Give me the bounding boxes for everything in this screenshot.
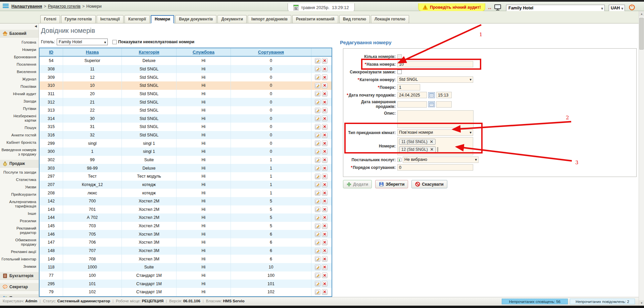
tab-локація-готелю[interactable]: Локація готелю	[371, 15, 409, 23]
delete-row-button[interactable]: ✕	[322, 215, 328, 221]
delete-row-button[interactable]: ✕	[322, 272, 328, 278]
table-row[interactable]: 1181000SuiteНі10✕	[40, 263, 332, 271]
delete-row-button[interactable]: ✕	[322, 165, 328, 171]
table-row[interactable]: 30912Std SNGLНі0✕	[40, 73, 332, 81]
breadcrumb-hotel-editor[interactable]: Редактор готелів	[48, 4, 81, 9]
sidebar-item-заходи[interactable]: Заходи	[0, 99, 39, 104]
column-sort-сортування[interactable]: Сортування	[258, 50, 284, 55]
tab-імпорт-довідників[interactable]: Імпорт довідників	[248, 15, 291, 23]
sidebar-item-журнал[interactable]: Журнал	[0, 77, 39, 81]
column-sort-назва[interactable]: Назва	[86, 50, 99, 55]
delete-row-button[interactable]: ✕	[322, 231, 328, 237]
delete-row-button[interactable]: ✕	[322, 74, 328, 80]
sidebar-item-статистика[interactable]: Статистика	[0, 178, 39, 182]
breadcrumb-settings[interactable]: Налаштування	[11, 4, 42, 9]
tab-інсталяції[interactable]: Інсталяції	[97, 15, 124, 23]
sidebar-item-готельний-інвентар[interactable]: Готельний інвентар	[0, 257, 39, 261]
delete-row-button[interactable]: ✕	[322, 83, 328, 88]
delete-row-button[interactable]: ✕	[322, 108, 328, 113]
category-select[interactable]: Std SNGL	[397, 76, 473, 83]
sidebar-collapse-arrow[interactable]: ◀	[35, 24, 37, 28]
table-row[interactable]: 31010Std SNGLНі0✕	[40, 81, 332, 90]
workstation-icon[interactable]	[494, 4, 501, 11]
sidebar-item-інше[interactable]: Інше	[0, 211, 39, 216]
sidebar-item-рекламні-акції[interactable]: Рекламні акції	[0, 250, 39, 254]
sidebar-item-умови[interactable]: Умови	[0, 185, 39, 189]
delete-row-button[interactable]: ✕	[322, 248, 328, 254]
edit-row-button[interactable]	[315, 149, 320, 155]
sidebar-item-послуги-та-заходи[interactable]: Послуги та заходи	[0, 170, 39, 175]
delete-row-button[interactable]: ✕	[322, 157, 328, 163]
delete-row-button[interactable]: ✕	[322, 264, 328, 270]
unread-notifications-badge[interactable]: Непрочитаних сповіщень: 56	[502, 299, 568, 304]
table-row[interactable]: 79102Стандарт 1МНі102✕	[40, 288, 332, 296]
edit-row-button[interactable]	[315, 108, 320, 113]
sidebar-item-незбережені-картки[interactable]: Незбережені картки	[0, 114, 39, 123]
delete-row-button[interactable]: ✕	[322, 281, 328, 287]
sidebar-item-анкети-гостей[interactable]: Анкети гостей	[0, 133, 39, 137]
edit-row-button[interactable]	[315, 240, 320, 245]
sidebar-item-бронювання[interactable]: Бронювання	[0, 55, 39, 59]
join-type-select[interactable]: Пов’язані номери	[397, 129, 473, 136]
chip-remove-icon[interactable]: ✕	[430, 147, 434, 152]
delete-row-button[interactable]: ✕	[322, 58, 328, 64]
table-row[interactable]: 31120Std SNGLНі0✕	[40, 90, 332, 98]
delete-row-button[interactable]: ✕	[322, 99, 328, 105]
edit-row-button[interactable]	[315, 66, 320, 72]
edit-row-button[interactable]	[315, 198, 320, 204]
add-button[interactable]: Додати	[343, 180, 372, 188]
sidebar-item-кабінет-броніста[interactable]: Кабінет броніста	[0, 140, 39, 145]
delete-row-button[interactable]: ✕	[322, 190, 328, 196]
chip-remove-icon[interactable]: ✕	[430, 139, 433, 144]
linked-room-chip[interactable]: 12 (Std SNGL)✕	[399, 146, 436, 152]
column-sort-категорія[interactable]: Категорія	[139, 50, 159, 55]
table-row[interactable]: 145703Хостел 2МНі5✕	[40, 222, 332, 230]
sidebar-section-продаж[interactable]: Продаж	[0, 160, 39, 168]
edit-row-button[interactable]	[315, 190, 320, 196]
edit-row-button[interactable]	[315, 132, 320, 138]
description-field[interactable]	[397, 110, 474, 128]
hotel-select[interactable]: Family Hotel	[506, 5, 605, 11]
delete-row-button[interactable]: ✕	[322, 116, 328, 121]
sidebar-item-путівки[interactable]: Путівки	[0, 107, 39, 111]
table-row[interactable]: 142700Хостел 2МНі5✕	[40, 197, 332, 205]
edit-row-button[interactable]	[315, 83, 320, 88]
table-row[interactable]: 207Котедж_12котеджНі1✕	[40, 181, 332, 189]
delete-row-button[interactable]: ✕	[322, 289, 328, 295]
edit-row-button[interactable]	[315, 174, 320, 179]
delete-row-button[interactable]: ✕	[322, 91, 328, 97]
delete-row-button[interactable]: ✕	[322, 66, 328, 72]
sidebar-item-поселення[interactable]: Поселення	[0, 62, 39, 67]
table-row[interactable]: 30398-99DeluxeНі1✕	[40, 164, 332, 172]
tab-вид-готелю[interactable]: Вид готелю	[339, 15, 370, 23]
save-button[interactable]: Зберегти	[375, 180, 408, 188]
delete-row-button[interactable]: ✕	[322, 182, 328, 187]
sale-start-calendar-button[interactable]	[428, 92, 435, 98]
table-row[interactable]: 297ТестТест модульНі1✕	[40, 172, 332, 181]
edit-row-button[interactable]	[315, 256, 320, 262]
show-unused-label[interactable]: Показувати неексплуатовані номери	[118, 40, 194, 44]
linked-room-chip[interactable]: 11 (Std SNGL)✕	[399, 139, 436, 145]
sidebar-item-виселення[interactable]: Виселення	[0, 70, 39, 74]
sidebar-item-нічний-аудит[interactable]: Нічний аудит	[0, 92, 39, 96]
edit-row-button[interactable]	[315, 206, 320, 212]
delete-row-button[interactable]: ✕	[322, 240, 328, 245]
sidebar-section-програма-ло[interactable]: Програма ло	[0, 294, 39, 297]
table-row[interactable]: 144А 702Хостел 2МНі5✕	[40, 213, 332, 222]
linked-rooms-field[interactable]: 11 (Std SNGL)✕12 (Std SNGL)✕	[397, 137, 473, 155]
sale-end-date-input[interactable]	[397, 101, 427, 108]
edit-row-button[interactable]	[315, 281, 320, 287]
menu-icon[interactable]	[3, 4, 9, 9]
scrollbar-thumb[interactable]	[639, 18, 644, 50]
table-row[interactable]: 30811Std SNGLНі0✕	[40, 65, 332, 73]
sidebar-item-розсилки[interactable]: Розсилки	[0, 219, 39, 223]
edit-row-button[interactable]	[315, 99, 320, 105]
tab-номери[interactable]: Номери	[151, 15, 174, 23]
sidebar-item-альтернативна-тарифікація[interactable]: Альтернативна тарифікація	[0, 200, 39, 208]
edit-row-button[interactable]	[315, 58, 320, 64]
delete-row-button[interactable]: ✕	[322, 256, 328, 262]
sale-end-calendar-button[interactable]	[428, 101, 435, 107]
unread-messages-badge[interactable]: Непрочитаних повідомлень: 2	[570, 299, 635, 304]
table-row[interactable]: 54SuperiorDeluxeНі0✕	[40, 57, 332, 65]
night-audit-alert[interactable]: ! Проведіть нічний аудит!	[418, 3, 485, 11]
